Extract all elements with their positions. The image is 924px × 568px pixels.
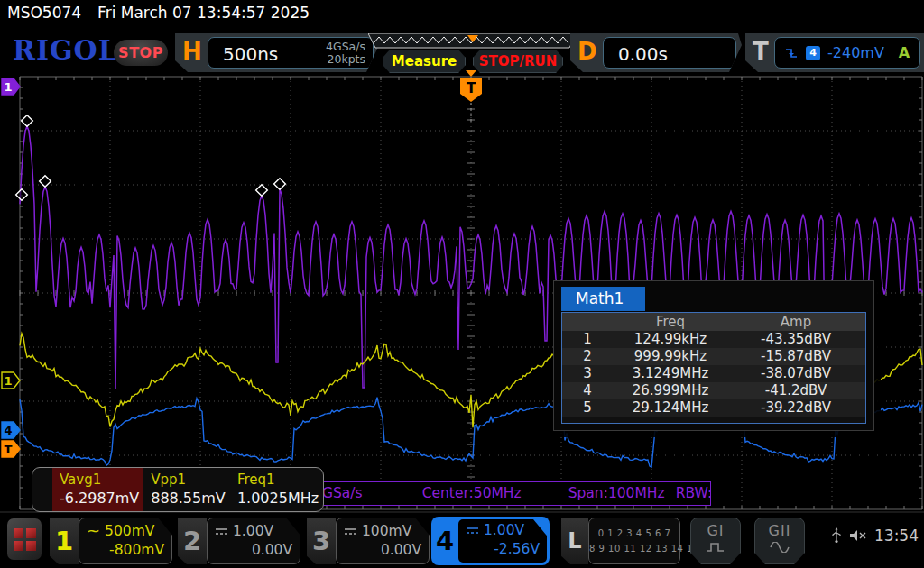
svg-text:1: 1 — [4, 374, 12, 388]
delay-label: D — [578, 38, 597, 65]
table-row: 1 124.99kHz -43.35dBV — [562, 331, 865, 348]
waveform-preview-strip[interactable] — [368, 33, 578, 49]
header-amp: Amp — [728, 313, 864, 331]
stop-run-button[interactable]: STOP/RUN — [473, 50, 563, 73]
trigger-label: T — [753, 38, 769, 65]
math1-peak-table: Freq Amp 1 124.99kHz -43.35dBV 2 999.99k… — [561, 312, 866, 424]
measurement-box: Vavg1 -6.2987mV Vpp1 888.55mV Freq1 1.00… — [32, 467, 324, 512]
digital-row-2: 8 9 10 11 12 13 14 15 — [589, 541, 679, 556]
memory-depth: 20kpts — [326, 53, 365, 66]
speaker-muted-icon[interactable] — [849, 529, 867, 542]
peak-marker — [40, 176, 51, 188]
table-row: 3 3.1249MHz -38.07dBV — [562, 365, 865, 382]
measurement-vavg1[interactable]: Vavg1 -6.2987mV — [52, 468, 143, 511]
dc-coupling-icon — [215, 527, 228, 536]
trigger-box[interactable]: 4 -240mV A — [774, 37, 920, 69]
channel-bar: 1 ~500mV -800mV 2 1.00V 0.00V 3 100mV 0.… — [0, 514, 924, 568]
table-row: 4 26.999MHz -41.2dBV — [562, 382, 865, 399]
system-tray: 13:54 — [831, 527, 919, 545]
svg-text:T: T — [5, 443, 13, 456]
svg-text:T: T — [467, 80, 476, 96]
channel-2-offset: 0.00V — [215, 542, 292, 558]
channel-3-offset: 0.00V — [344, 542, 421, 558]
digital-row-1: 0 1 2 3 4 5 6 7 — [589, 526, 679, 541]
header-index — [562, 313, 613, 331]
channel-1-scale: 500mV — [105, 523, 154, 539]
channel-3-scale: 100mV — [362, 523, 411, 539]
trigger-sweep-mode: A — [899, 44, 910, 61]
peak-marker — [22, 115, 33, 127]
channel-1-number: 1 — [50, 518, 79, 564]
channel-4-number: 4 — [431, 517, 458, 565]
table-header-row: Freq Amp — [562, 313, 865, 331]
peak-marker — [16, 189, 28, 201]
digital-label: L — [561, 518, 588, 564]
fft-sample-rate: GSa/s — [322, 482, 363, 505]
horizontal-panel[interactable]: H 500ns 4GSa/s 20kpts — [175, 33, 379, 72]
menu-grid-icon — [14, 528, 36, 551]
generator-2-button[interactable]: GII — [754, 518, 805, 564]
timebase-value: 500ns — [223, 43, 278, 65]
delay-panel[interactable]: D 0.00s — [570, 33, 742, 72]
rigol-logo: RIGOL — [13, 34, 118, 66]
fft-center: Center:50MHz — [422, 482, 522, 505]
sine-icon — [770, 542, 790, 553]
ac-coupling-icon: ~ — [87, 526, 100, 536]
trigger-level: -240mV — [827, 44, 884, 61]
svg-text:1: 1 — [4, 80, 12, 94]
dc-coupling-icon — [344, 527, 357, 536]
clock: 13:54 — [874, 527, 919, 545]
delay-box[interactable]: 0.00s — [603, 37, 736, 69]
oscilloscope-screen: MSO5074Fri March 07 13:54:57 2025 T114T … — [0, 0, 924, 568]
datetime: Fri March 07 13:54:57 2025 — [97, 4, 310, 22]
channel-1-offset: -800mV — [87, 542, 164, 558]
measurement-vpp1[interactable]: Vpp1 888.55mV — [143, 468, 230, 511]
measure-button[interactable]: Measure — [383, 50, 466, 73]
measurement-freq1[interactable]: Freq1 1.0025MHz — [230, 468, 323, 511]
delay-value: 0.00s — [618, 43, 668, 65]
svg-text:4: 4 — [4, 424, 12, 437]
peak-marker — [274, 179, 286, 190]
channel-3-number: 3 — [307, 518, 336, 564]
header-freq: Freq — [613, 313, 728, 331]
generator-2-label: GII — [755, 522, 804, 539]
fft-rbw: RBW:200kHz — [676, 482, 711, 505]
peak-marker — [256, 185, 268, 197]
fft-info-bar: GSa/s Center:50MHz Span:100MHz RBW:200kH… — [300, 481, 711, 506]
horizontal-label: H — [182, 38, 202, 65]
sample-rate: 4GSa/s — [326, 41, 365, 53]
timebase-box[interactable]: 500ns 4GSa/s 20kpts — [208, 37, 374, 69]
channel-4-block[interactable]: 4 1.00V -2.56V — [431, 517, 550, 565]
toolbar: RIGOL STOP H 500ns 4GSa/s 20kpts Measure… — [0, 27, 924, 77]
pulse-icon — [707, 542, 725, 553]
dc-coupling-icon — [466, 527, 479, 535]
trigger-slope-icon — [784, 46, 799, 60]
channel-4-scale: 1.00V — [484, 522, 524, 538]
menu-button[interactable] — [7, 518, 42, 560]
math1-tab[interactable]: Math1 — [561, 287, 645, 311]
trigger-source-badge: 4 — [806, 46, 820, 60]
table-row: 2 999.99kHz -15.87dBV — [562, 348, 865, 365]
model-name: MSO5074 — [7, 4, 81, 22]
table-row: 5 29.124MHz -39.22dBV — [562, 399, 865, 417]
channel-2-number: 2 — [178, 518, 207, 564]
fft-span: Span:100MHz — [568, 482, 665, 505]
usb-icon[interactable] — [831, 527, 842, 544]
trigger-panel[interactable]: T 4 -240mV A — [745, 33, 924, 72]
status-bar: MSO5074Fri March 07 13:54:57 2025 — [0, 0, 924, 27]
generator-1-button[interactable]: GI — [690, 518, 741, 564]
channel-4-offset: -2.56V — [466, 541, 540, 557]
run-state-badge[interactable]: STOP — [114, 40, 168, 66]
generator-1-label: GI — [691, 522, 740, 539]
channel-2-scale: 1.00V — [233, 523, 273, 539]
math1-popup: Math1 Freq Amp 1 124.99kHz -43.35dBV 2 9… — [553, 280, 874, 431]
